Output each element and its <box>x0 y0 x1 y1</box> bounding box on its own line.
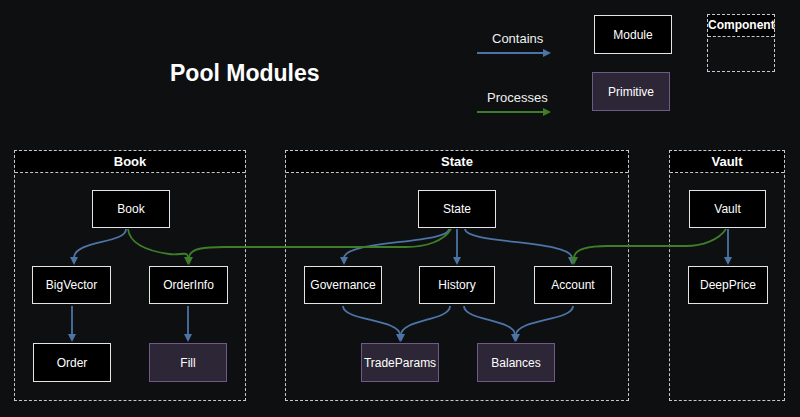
edge-history-balances <box>464 306 515 335</box>
node-deepprice-label: DeepPrice <box>700 278 756 292</box>
node-book-label: Book <box>117 202 144 216</box>
edge-book-orderinfo <box>128 229 188 258</box>
node-history-label: History <box>438 278 475 292</box>
node-order-label: Order <box>57 356 88 370</box>
node-book: Book <box>92 190 170 228</box>
node-account: Account <box>534 266 612 304</box>
node-orderinfo-label: OrderInfo <box>163 278 214 292</box>
legend-component-box: Component <box>707 14 775 72</box>
legend-component-label: Component <box>708 15 774 37</box>
edge-vault-account <box>574 229 726 258</box>
node-balances: Balances <box>477 343 555 382</box>
node-balances-label: Balances <box>491 356 540 370</box>
node-governance-label: Governance <box>310 278 375 292</box>
node-state: State <box>418 190 496 228</box>
node-bigvector: BigVector <box>32 266 111 304</box>
node-tradeparams-label: TradeParams <box>364 356 436 370</box>
node-deepprice: DeepPrice <box>688 266 768 304</box>
node-fill-label: Fill <box>180 356 195 370</box>
legend-module-label: Module <box>613 28 652 42</box>
edge-governance-tradeparams <box>343 306 400 335</box>
legend-module-box: Module <box>594 15 672 54</box>
node-bigvector-label: BigVector <box>46 278 97 292</box>
node-vault-label: Vault <box>714 202 740 216</box>
node-tradeparams: TradeParams <box>361 343 439 382</box>
legend-primitive-box: Primitive <box>592 72 670 111</box>
diagram-canvas: Pool Modules Contains Processes Module P… <box>0 0 800 417</box>
edge-history-tradeparams <box>401 306 450 335</box>
edge-state-orderinfo <box>189 229 451 258</box>
node-state-label: State <box>443 202 471 216</box>
node-orderinfo: OrderInfo <box>149 266 228 304</box>
edge-state-account <box>465 229 572 258</box>
legend-primitive-label: Primitive <box>608 85 654 99</box>
edge-book-bigvector <box>74 229 126 258</box>
edge-account-balances <box>516 306 573 335</box>
node-vault: Vault <box>689 190 766 228</box>
node-fill: Fill <box>149 343 227 382</box>
node-order: Order <box>33 343 111 382</box>
node-history: History <box>419 266 495 304</box>
node-governance: Governance <box>304 266 382 304</box>
node-account-label: Account <box>551 278 594 292</box>
